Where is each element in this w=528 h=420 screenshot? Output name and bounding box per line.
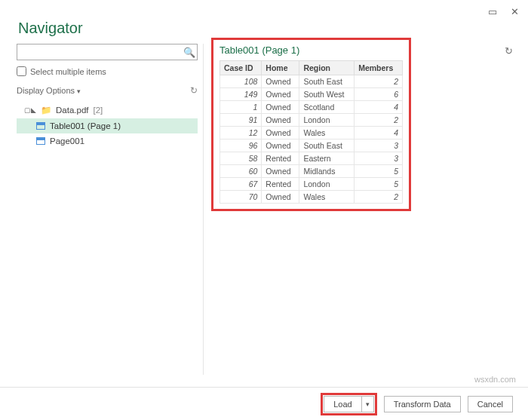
search-icon[interactable]: 🔍 (182, 47, 197, 58)
table-cell: 4 (355, 127, 403, 139)
table-cell: Wales (299, 127, 355, 139)
tree-root-label: Data.pdf (56, 106, 88, 115)
window-restore-icon[interactable]: ▭ (488, 6, 497, 17)
table-cell: 4 (355, 101, 403, 114)
table-row[interactable]: 60OwnedMidlands5 (220, 165, 403, 178)
table-row[interactable]: 67RentedLondon5 (220, 178, 403, 191)
column-header[interactable]: Region (299, 61, 355, 75)
transform-data-button[interactable]: Transform Data (384, 396, 461, 412)
preview-title: Table001 (Page 1) (219, 44, 403, 56)
search-input-container[interactable]: 🔍 (17, 44, 198, 60)
table-cell: 12 (220, 127, 262, 139)
table-icon (36, 137, 45, 145)
display-options-label: Display Options (17, 86, 75, 95)
table-cell: 96 (220, 139, 262, 152)
table-row[interactable]: 91OwnedLondon2 (220, 114, 403, 127)
table-cell: Wales (299, 191, 355, 204)
tree-root-datapdf[interactable]: ▢◣ 📁 Data.pdf [2] (17, 102, 198, 118)
nav-tree: ▢◣ 📁 Data.pdf [2] Table001 (Page 1) Page… (17, 102, 198, 149)
caret-down-icon: ▢◣ (24, 106, 36, 114)
table-cell: 70 (220, 191, 262, 204)
pane-divider (203, 44, 204, 375)
table-cell: Midlands (299, 165, 355, 178)
display-options-dropdown[interactable]: Display Options ▾ (17, 86, 81, 95)
table-cell: Owned (262, 88, 299, 101)
select-multiple-checkbox[interactable]: Select multiple items (17, 66, 198, 76)
table-cell: Owned (262, 191, 299, 204)
table-row[interactable]: 58RentedEastern3 (220, 152, 403, 165)
search-input[interactable] (17, 47, 182, 57)
preview-pane: Table001 (Page 1) Case IDHomeRegionMembe… (211, 38, 411, 211)
table-cell: Scotland (299, 101, 355, 114)
tree-root-count: [2] (93, 106, 103, 115)
table-cell: 1 (220, 101, 262, 114)
preview-table: Case IDHomeRegionMembers 108OwnedSouth E… (219, 60, 403, 204)
table-cell: 6 (355, 88, 403, 101)
tree-item-page001[interactable]: Page001 (17, 133, 198, 149)
table-cell: South East (299, 75, 355, 88)
table-cell: Owned (262, 127, 299, 139)
load-button-group: Load ▾ (321, 393, 376, 415)
table-cell: Owned (262, 75, 299, 88)
table-cell: South East (299, 139, 355, 152)
load-button[interactable]: Load (324, 396, 361, 412)
table-cell: 67 (220, 178, 262, 191)
table-icon (36, 122, 45, 130)
table-cell: Rented (262, 178, 299, 191)
table-cell: 5 (355, 165, 403, 178)
table-cell: Eastern (299, 152, 355, 165)
table-cell: 108 (220, 75, 262, 88)
table-cell: Owned (262, 139, 299, 152)
watermark-text: wsxdn.com (474, 375, 516, 384)
table-cell: Owned (262, 165, 299, 178)
navigator-left-pane: 🔍 Select multiple items Display Options … (17, 44, 198, 149)
table-cell: 2 (355, 75, 403, 88)
table-row[interactable]: 96OwnedSouth East3 (220, 139, 403, 152)
column-header[interactable]: Case ID (220, 61, 262, 75)
preview-refresh-icon[interactable]: ↻ (505, 45, 513, 57)
dialog-title: Navigator (18, 20, 83, 37)
tree-item-table001[interactable]: Table001 (Page 1) (17, 118, 198, 133)
table-cell: 3 (355, 139, 403, 152)
folder-icon: 📁 (41, 105, 51, 115)
table-cell: 149 (220, 88, 262, 101)
table-row[interactable]: 12OwnedWales4 (220, 127, 403, 139)
column-header[interactable]: Members (355, 61, 403, 75)
table-cell: 5 (355, 178, 403, 191)
table-row[interactable]: 70OwnedWales2 (220, 191, 403, 204)
refresh-icon[interactable]: ↻ (190, 85, 198, 96)
table-cell: 91 (220, 114, 262, 127)
tree-item-label: Page001 (50, 136, 84, 146)
table-cell: Rented (262, 152, 299, 165)
dialog-footer: Load ▾ Transform Data Cancel (0, 387, 528, 420)
table-row[interactable]: 1OwnedScotland4 (220, 101, 403, 114)
chevron-down-icon: ▾ (77, 87, 81, 95)
column-header[interactable]: Home (262, 61, 299, 75)
table-cell: South West (299, 88, 355, 101)
table-cell: 3 (355, 152, 403, 165)
tree-item-label: Table001 (Page 1) (50, 121, 121, 130)
table-row[interactable]: 108OwnedSouth East2 (220, 75, 403, 88)
select-multiple-checkbox-input[interactable] (17, 66, 26, 76)
load-dropdown-button[interactable]: ▾ (362, 396, 374, 412)
table-cell: London (299, 114, 355, 127)
table-row[interactable]: 149OwnedSouth West6 (220, 88, 403, 101)
table-cell: London (299, 178, 355, 191)
table-cell: Owned (262, 101, 299, 114)
select-multiple-label: Select multiple items (30, 67, 106, 76)
table-cell: 2 (355, 114, 403, 127)
table-cell: Owned (262, 114, 299, 127)
close-icon[interactable]: ✕ (511, 6, 519, 17)
table-cell: 58 (220, 152, 262, 165)
table-cell: 2 (355, 191, 403, 204)
table-cell: 60 (220, 165, 262, 178)
cancel-button[interactable]: Cancel (468, 396, 513, 412)
